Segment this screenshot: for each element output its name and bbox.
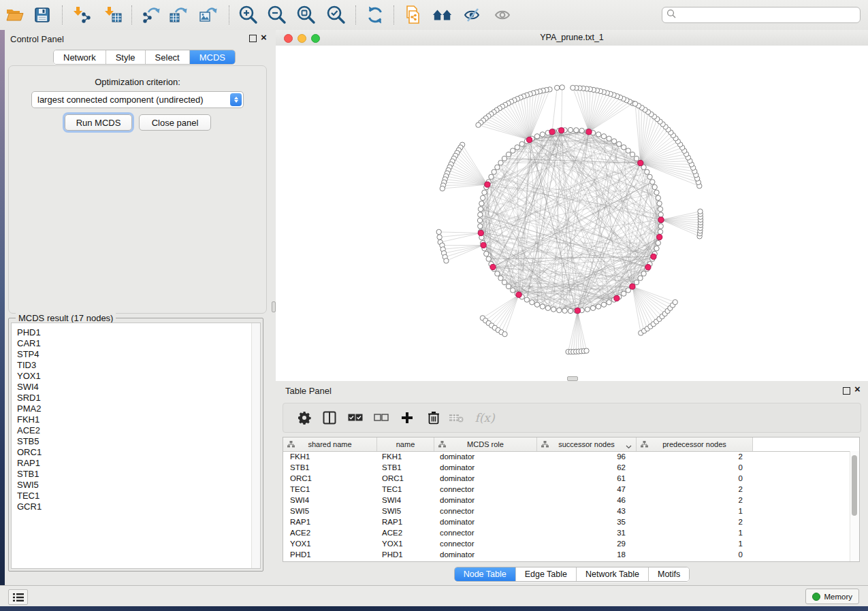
column-header-successor-nodes[interactable]: successor nodes <box>537 437 637 451</box>
column-tree-icon <box>541 441 549 449</box>
mcds-result-item[interactable]: RAP1 <box>17 458 251 469</box>
column-browser-icon[interactable] <box>321 409 338 427</box>
mcds-result-item[interactable]: FKH1 <box>17 414 251 425</box>
table-row[interactable]: ACE2ACE2connector311 <box>283 527 850 538</box>
zoom-in-icon[interactable] <box>238 5 259 25</box>
table-cell: ORC1 <box>376 474 433 482</box>
table-cell: ACE2 <box>283 529 376 537</box>
show-details-icon[interactable] <box>492 5 513 25</box>
criterion-select[interactable]: largest connected component (undirected) <box>31 91 244 108</box>
network-graph-canvas[interactable] <box>276 46 868 381</box>
status-bar: Memory <box>0 585 868 606</box>
mcds-result-item[interactable]: YOX1 <box>17 371 251 382</box>
export-table-icon[interactable] <box>168 5 189 25</box>
table-cell: 2 <box>634 518 750 526</box>
table-row[interactable]: SWI5SWI5connector431 <box>283 506 850 516</box>
table-cell: 0 <box>634 550 750 559</box>
refresh-icon[interactable] <box>365 5 385 25</box>
table-row[interactable]: YOX1YOX1connector291 <box>283 538 850 549</box>
close-panel-icon[interactable]: × <box>261 32 267 43</box>
mcds-list-scrollbar[interactable] <box>251 323 260 568</box>
toolbar-separator <box>62 5 63 24</box>
mcds-result-item[interactable]: CAR1 <box>17 338 251 349</box>
table-tab-network-table[interactable]: Network Table <box>577 567 649 581</box>
mcds-result-item[interactable]: PHD1 <box>17 327 251 338</box>
close-table-panel-icon[interactable]: × <box>854 384 861 395</box>
mcds-result-item[interactable]: STP4 <box>17 349 251 360</box>
memory-button[interactable]: Memory <box>805 589 859 604</box>
mcds-result-item[interactable]: TEC1 <box>17 491 251 501</box>
run-mcds-button[interactable]: Run MCDS <box>65 114 132 131</box>
select-all-icon[interactable] <box>347 409 364 427</box>
table-cell: 31 <box>535 529 634 537</box>
column-header-name[interactable]: name <box>377 437 434 451</box>
table-row[interactable]: ORC1ORC1dominator610 <box>283 473 850 484</box>
table-row[interactable]: RAP1RAP1dominator352 <box>283 516 850 527</box>
table-cell: 2 <box>634 452 750 461</box>
table-cell: PHD1 <box>376 550 433 559</box>
add-column-icon[interactable] <box>398 409 416 427</box>
table-cell: 96 <box>535 452 634 461</box>
settings-gear-icon[interactable] <box>295 409 313 427</box>
tab-select[interactable]: Select <box>146 50 190 64</box>
zoom-selected-icon[interactable] <box>326 5 347 25</box>
mcds-result-item[interactable]: STB1 <box>17 469 251 480</box>
mcds-result-list[interactable]: PHD1CAR1STP4TID3YOX1SWI4SRD1PMA2FKH1ACE2… <box>12 323 251 568</box>
deselect-all-icon[interactable] <box>372 409 390 427</box>
column-header-MCDS-role[interactable]: MCDS role <box>434 437 537 451</box>
import-network-icon[interactable] <box>71 5 92 25</box>
export-network-icon[interactable] <box>141 5 161 25</box>
home-icon[interactable] <box>432 5 453 25</box>
zoom-out-icon[interactable] <box>267 5 287 25</box>
table-cell: SWI5 <box>376 507 433 515</box>
table-tab-edge-table[interactable]: Edge Table <box>516 567 577 581</box>
toolbar-separator <box>229 5 229 24</box>
table-cell: dominator <box>433 463 535 472</box>
mcds-result-item[interactable]: GCR1 <box>17 501 251 512</box>
table-tab-motifs[interactable]: Motifs <box>649 567 689 581</box>
table-tab-node-table[interactable]: Node Table <box>455 567 516 581</box>
table-cell: connector <box>433 540 535 548</box>
horizontal-splitter-handle[interactable] <box>567 376 578 381</box>
table-row[interactable]: FKH1FKH1dominator962 <box>283 451 850 462</box>
table-cell: 18 <box>535 550 634 559</box>
tab-network[interactable]: Network <box>54 50 106 64</box>
table-scrollbar[interactable] <box>850 451 859 561</box>
table-cell: 1 <box>634 540 750 548</box>
export-image-icon[interactable] <box>198 5 219 25</box>
table-row[interactable]: PHD1PHD1dominator180 <box>283 549 850 560</box>
mcds-result-item[interactable]: ORC1 <box>17 447 251 458</box>
mcds-result-item[interactable]: SRD1 <box>17 393 251 403</box>
table-row[interactable]: SWI4SWI4dominator462 <box>283 495 850 506</box>
table-cell: connector <box>433 529 535 537</box>
hide-details-icon[interactable] <box>462 5 483 25</box>
import-table-icon[interactable] <box>103 5 123 25</box>
select-stepper-icon <box>230 93 242 106</box>
close-panel-button[interactable]: Close panel <box>139 114 211 131</box>
share-document-icon[interactable] <box>402 5 423 25</box>
delete-column-icon[interactable] <box>425 409 443 427</box>
mcds-result-item[interactable]: TID3 <box>17 360 251 371</box>
table-cell: dominator <box>433 452 535 461</box>
search-input[interactable] <box>662 7 861 23</box>
table-row[interactable]: TEC1TEC1connector472 <box>283 484 850 495</box>
table-cell: ACE2 <box>376 529 433 537</box>
mcds-result-item[interactable]: SWI4 <box>17 382 251 393</box>
task-history-button[interactable] <box>8 589 28 605</box>
float-table-panel-icon[interactable] <box>843 387 850 395</box>
column-header-predecessor-nodes[interactable]: predecessor nodes <box>637 437 753 451</box>
table-row[interactable]: STB1STB1dominator620 <box>283 462 850 473</box>
tab-style[interactable]: Style <box>106 50 146 64</box>
mcds-result-item[interactable]: ACE2 <box>17 425 251 436</box>
table-scrollbar-thumb[interactable] <box>852 455 857 516</box>
tab-mcds[interactable]: MCDS <box>190 50 235 64</box>
float-panel-icon[interactable] <box>249 35 257 42</box>
mcds-result-item[interactable]: PMA2 <box>17 403 251 414</box>
column-header-shared-name[interactable]: shared name <box>283 437 377 451</box>
save-session-icon[interactable] <box>32 5 52 25</box>
zoom-fit-icon[interactable] <box>296 5 317 25</box>
open-file-icon[interactable] <box>5 5 25 25</box>
search-field[interactable] <box>676 10 860 20</box>
mcds-result-item[interactable]: STB5 <box>17 436 251 447</box>
mcds-result-item[interactable]: SWI5 <box>17 480 251 491</box>
